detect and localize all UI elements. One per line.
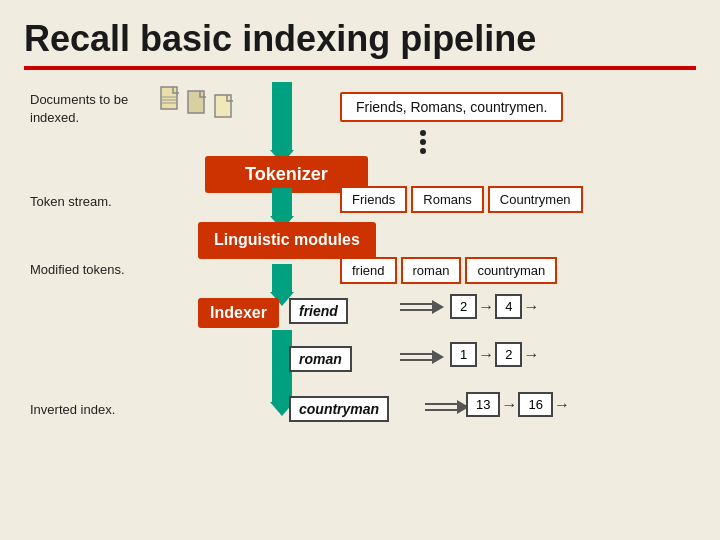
italic-friend: friend — [285, 298, 348, 324]
token-stream-label: Token stream. — [30, 192, 112, 210]
postings-friend: 2 → 4 → — [450, 294, 540, 319]
italic-roman: roman — [285, 346, 352, 372]
input-text-box: Friends, Romans, countrymen. — [340, 92, 563, 122]
document-icons — [160, 86, 236, 122]
arrow-icon-countryman-2: → — [554, 396, 570, 414]
doc-icon-2 — [187, 90, 209, 118]
arrow-icon-countryman-1: → — [501, 396, 517, 414]
modified-roman: roman — [401, 257, 462, 284]
token-romans: Romans — [411, 186, 483, 213]
token-friends: Friends — [340, 186, 407, 213]
svg-rect-4 — [188, 91, 204, 113]
italic-countryman: countryman — [285, 396, 389, 422]
svg-rect-0 — [161, 87, 177, 109]
arrow-icon-friend-1: → — [478, 298, 494, 316]
modified-token-boxes: friend roman countryman — [340, 257, 557, 284]
dbl-arrow-countryman — [425, 400, 469, 414]
main-diagram: Documents to be indexed. — [30, 82, 690, 512]
documents-label: Documents to be indexed. — [30, 90, 148, 126]
inverted-index-label: Inverted index. — [30, 400, 115, 418]
svg-rect-5 — [215, 95, 231, 117]
ellipsis-dots — [420, 128, 426, 156]
arrow-icon-roman-1: → — [478, 346, 494, 364]
token-countrymen: Countrymen — [488, 186, 583, 213]
page-title: Recall basic indexing pipeline — [24, 18, 536, 59]
modified-tokens-label: Modified tokens. — [30, 260, 125, 278]
postings-countryman: 13 → 16 → — [466, 392, 571, 417]
dbl-arrow-roman — [400, 350, 444, 364]
page: Recall basic indexing pipeline Documents… — [0, 0, 720, 540]
token-boxes: Friends Romans Countrymen — [340, 186, 583, 213]
arrow-icon-roman-2: → — [523, 346, 539, 364]
title-section: Recall basic indexing pipeline — [0, 0, 720, 66]
doc-icon-3 — [214, 94, 236, 122]
linguistic-modules-box: Linguistic modules — [198, 222, 376, 259]
arrow-to-tokenizer — [270, 82, 294, 164]
indexer-box: Indexer — [198, 298, 279, 328]
modified-friend: friend — [340, 257, 397, 284]
doc-icon-1 — [160, 86, 182, 114]
arrow-icon-friend-2: → — [523, 298, 539, 316]
postings-roman: 1 → 2 → — [450, 342, 540, 367]
dbl-arrow-friend — [400, 300, 444, 314]
modified-countryman: countryman — [465, 257, 557, 284]
